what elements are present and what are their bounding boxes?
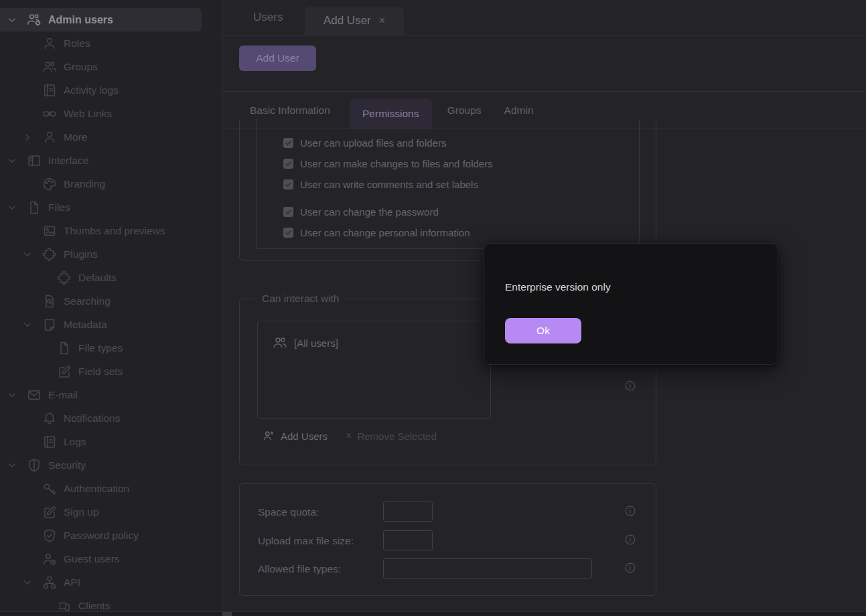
tab-users[interactable]: Users <box>253 0 287 35</box>
checkbox-checked-icon[interactable] <box>283 228 293 238</box>
sidebar-item-field-sets[interactable]: Field sets <box>0 360 222 383</box>
admin-panel: Admin users Roles Groups Activity logs W… <box>0 0 866 616</box>
sidebar-item-searching[interactable]: Searching <box>0 289 222 313</box>
chevron-right-icon[interactable] <box>22 132 33 143</box>
sidebar-item-roles[interactable]: Roles <box>0 31 222 55</box>
palette-icon <box>42 176 58 192</box>
chevron-down-icon[interactable] <box>22 319 33 330</box>
sidebar-item-label: More <box>64 131 87 143</box>
chevron-down-icon[interactable] <box>7 15 17 25</box>
sidebar-item-email[interactable]: E-mail <box>0 383 222 406</box>
chevron-down-icon[interactable] <box>7 202 17 213</box>
chevron-down-icon[interactable] <box>22 577 33 588</box>
people-icon <box>42 59 58 75</box>
checkbox-row[interactable]: User can change personal information <box>283 226 470 238</box>
checkbox-checked-icon[interactable] <box>283 179 293 189</box>
checkbox-row[interactable]: User can make changes to files and folde… <box>283 157 493 169</box>
horizontal-scrollbar[interactable] <box>0 611 866 616</box>
mail-icon <box>26 387 42 403</box>
sidebar-item-plugins[interactable]: Plugins <box>0 242 222 266</box>
person-icon <box>42 129 58 145</box>
checkbox-label: User can upload files and folders <box>300 137 446 149</box>
person-icon <box>42 35 58 52</box>
sidebar-item-label: Interface <box>48 155 88 167</box>
file-icon <box>56 340 72 356</box>
add-users-button[interactable]: Add Users <box>262 429 328 443</box>
checkbox-checked-icon[interactable] <box>283 138 293 148</box>
sidebar-item-label: Thumbs and previews <box>64 225 165 237</box>
sidebar-item-label: Activity logs <box>64 84 119 96</box>
chevron-down-icon[interactable] <box>7 390 17 400</box>
sidebar-item-label: Field sets <box>78 366 123 378</box>
sidebar-item-label: Metadata <box>64 319 107 331</box>
sidebar-item-defaults[interactable]: Defaults <box>0 266 222 289</box>
scrollbar-thumb[interactable] <box>222 612 232 616</box>
upload-max-file-size-input[interactable] <box>383 530 433 550</box>
info-icon[interactable] <box>624 533 637 546</box>
close-icon[interactable]: × <box>379 15 385 26</box>
admin-users-icon <box>26 12 42 28</box>
tab-add-user[interactable]: Add User × <box>305 7 404 35</box>
sidebar-item-notifications[interactable]: Notifications <box>0 406 222 430</box>
sidebar-item-label: Searching <box>64 295 111 307</box>
log-book-icon <box>42 82 58 98</box>
checkbox-checked-icon[interactable] <box>283 207 293 217</box>
sidebar-item-api[interactable]: API <box>0 570 222 594</box>
checkbox-label: User can make changes to files and folde… <box>300 158 493 169</box>
sidebar-item-thumbs-and-previews[interactable]: Thumbs and previews <box>0 219 222 242</box>
sidebar-item-label: API <box>64 576 80 589</box>
shield-icon <box>26 457 42 473</box>
checkbox-label: User can change personal information <box>300 227 470 238</box>
permissions-form: User can upload files and folders User c… <box>222 119 866 616</box>
checkbox-row[interactable]: User can change the password <box>283 206 439 218</box>
sidebar-item-files[interactable]: Files <box>0 196 222 219</box>
sidebar-item-groups[interactable]: Groups <box>0 55 222 78</box>
info-icon[interactable] <box>624 561 637 574</box>
sidebar-item-file-types[interactable]: File types <box>0 336 222 360</box>
sidebar-item-label: Sign up <box>64 506 99 518</box>
edit-square-icon <box>42 504 58 520</box>
chevron-down-icon[interactable] <box>7 460 17 471</box>
sidebar-item-label: Defaults <box>78 272 117 284</box>
ok-button[interactable]: Ok <box>505 318 581 343</box>
checkbox-checked-icon[interactable] <box>283 159 293 169</box>
sidebar-item-branding[interactable]: Branding <box>0 172 222 196</box>
interact-members-list[interactable]: [All users] <box>257 321 491 419</box>
info-icon[interactable] <box>624 504 637 518</box>
key-icon <box>42 481 58 497</box>
info-icon[interactable] <box>624 379 637 392</box>
sidebar-item-label: Roles <box>64 37 90 50</box>
sidebar-item-metadata[interactable]: Metadata <box>0 313 222 336</box>
sidebar-item-interface[interactable]: Interface <box>0 149 222 172</box>
sidebar-item-web-links[interactable]: Web Links <box>0 102 222 125</box>
sidebar-item-security[interactable]: Security <box>0 453 222 477</box>
chevron-down-icon[interactable] <box>7 155 17 166</box>
sidebar-item-more[interactable]: More <box>0 125 222 149</box>
sidebar-item-label: Clients <box>78 600 110 612</box>
sidebar-item-sign-up[interactable]: Sign up <box>0 500 222 524</box>
checkbox-row[interactable]: User can write comments and set labels <box>283 178 478 190</box>
space-quota-input[interactable] <box>383 502 433 522</box>
sidebar-item-admin-users[interactable]: Admin users <box>0 8 202 31</box>
sidebar-item-label: Plugins <box>64 248 98 260</box>
tab-label: Users <box>253 11 283 24</box>
sidebar-item-authentication[interactable]: Authentication <box>0 477 222 500</box>
link-icon <box>42 106 58 122</box>
sidebar-item-password-policy[interactable]: Password policy <box>0 524 222 547</box>
person-plus-icon <box>262 429 275 443</box>
tab-label: Add User <box>323 14 371 27</box>
remove-selected-button[interactable]: × Remove Selected <box>346 430 437 442</box>
allowed-file-types-input[interactable] <box>383 558 592 579</box>
chevron-down-icon[interactable] <box>22 249 33 260</box>
sidebar-item-guest-users[interactable]: Guest users <box>0 547 222 570</box>
list-item-all-users[interactable]: [All users] <box>272 335 490 351</box>
file-icon <box>26 200 42 216</box>
sidebar-item-activity-logs[interactable]: Activity logs <box>0 78 222 102</box>
add-user-button[interactable]: Add User <box>239 46 316 71</box>
sidebar-item-label: Admin users <box>48 14 113 26</box>
field-label: Upload max file size: <box>258 535 354 547</box>
sidebar: Admin users Roles Groups Activity logs W… <box>0 0 222 616</box>
sidebar-item-logs[interactable]: Logs <box>0 430 222 453</box>
checkbox-row[interactable]: User can upload files and folders <box>283 137 446 149</box>
field-label: Space quota: <box>258 506 319 518</box>
